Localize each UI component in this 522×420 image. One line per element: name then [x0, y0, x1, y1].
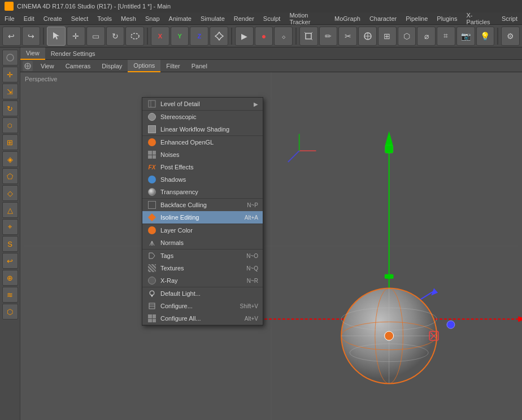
- subtab-panel[interactable]: Panel: [186, 60, 213, 72]
- sidebar-obj1[interactable]: ⬡: [2, 117, 18, 133]
- menu-file[interactable]: File: [0, 12, 19, 24]
- subtab-cameras[interactable]: Cameras: [60, 60, 97, 72]
- menu-row-normals[interactable]: Normals: [142, 237, 263, 249]
- world-btn[interactable]: [210, 27, 228, 46]
- knife-btn[interactable]: ✂: [338, 27, 357, 46]
- tab-render-settings[interactable]: Render Settings: [45, 47, 101, 60]
- viewport-tabs: View Render Settings: [20, 47, 522, 60]
- post-effects-icon: FX: [147, 162, 157, 172]
- subtab-view[interactable]: View: [35, 60, 60, 72]
- menu-pipeline[interactable]: Pipeline: [401, 12, 432, 24]
- menu-row-textures[interactable]: Textures N~Q: [142, 262, 263, 274]
- menu-select[interactable]: Select: [67, 12, 93, 24]
- sidebar-move[interactable]: ✛: [2, 67, 18, 82]
- menu-sculpt[interactable]: Sculpt: [259, 12, 285, 24]
- subtab-filter[interactable]: Filter: [160, 60, 185, 72]
- menu-row-configure[interactable]: Configure... Shift+V: [142, 300, 263, 312]
- menu-row-backface-culling[interactable]: Backface Culling N~P: [142, 199, 263, 211]
- menu-row-isoline-editing[interactable]: Isoline Editing Alt+A: [142, 211, 263, 224]
- toolbar-sep-1: [43, 28, 44, 45]
- menubar: File Edit Create Select Tools Mesh Snap …: [0, 12, 522, 25]
- menu-row-transparency[interactable]: Transparency: [142, 186, 263, 198]
- bool-btn[interactable]: ⬡: [398, 27, 416, 46]
- sidebar-obj9[interactable]: ↩: [2, 253, 18, 269]
- toolbar-sep-5: [497, 28, 498, 45]
- cube-btn[interactable]: [299, 27, 318, 46]
- menu-tools[interactable]: Tools: [93, 12, 116, 24]
- select-tool-btn[interactable]: [47, 27, 66, 46]
- box-select-btn[interactable]: ▭: [86, 27, 105, 46]
- deform-btn[interactable]: [358, 27, 377, 46]
- menu-xparticles[interactable]: X-Particles: [462, 12, 497, 24]
- sidebar-obj3[interactable]: ◈: [2, 151, 18, 167]
- settings-btn[interactable]: ⚙: [501, 27, 520, 46]
- light-btn[interactable]: 💡: [476, 27, 495, 46]
- record-btn[interactable]: ●: [255, 27, 273, 46]
- menu-row-xray[interactable]: X-Ray N~R: [142, 274, 263, 287]
- menu-row-configure-all[interactable]: Configure All... Alt+V: [142, 312, 263, 325]
- menu-row-level-of-detail[interactable]: Level of Detail ▶: [142, 98, 263, 110]
- scene-svg: [20, 72, 522, 420]
- menu-row-post-effects[interactable]: FX Post Effects: [142, 161, 263, 173]
- menu-character[interactable]: Character: [365, 12, 401, 24]
- subtab-options[interactable]: Options: [128, 60, 160, 72]
- menu-section-layer: Layer Color Normals: [142, 224, 263, 250]
- menu-script[interactable]: Script: [497, 12, 522, 24]
- menu-edit[interactable]: Edit: [19, 12, 39, 24]
- sidebar-obj12[interactable]: ⬡: [2, 304, 18, 320]
- cam-btn[interactable]: 📷: [456, 27, 475, 46]
- play-btn[interactable]: ▶: [235, 27, 254, 46]
- tags-label: Tags: [160, 252, 242, 259]
- tab-view[interactable]: View: [20, 47, 45, 60]
- axis-z-btn[interactable]: Z: [190, 27, 208, 46]
- default-light-icon: [147, 288, 157, 299]
- rotate-tool-btn[interactable]: ↻: [106, 27, 125, 46]
- xray-shortcut: N~R: [247, 278, 258, 284]
- sidebar-obj6[interactable]: △: [2, 202, 18, 218]
- lasso-btn[interactable]: [125, 27, 144, 46]
- menu-row-layer-color[interactable]: Layer Color: [142, 224, 263, 237]
- viewport[interactable]: Perspective: [20, 72, 522, 420]
- sidebar-obj5[interactable]: ◇: [2, 185, 18, 201]
- viewport-icon[interactable]: [23, 61, 33, 71]
- menu-row-tags[interactable]: Tags N~O: [142, 250, 263, 262]
- sidebar-obj7[interactable]: ⌖: [2, 219, 18, 235]
- menu-row-enhanced-opengl[interactable]: Enhanced OpenGL: [142, 136, 263, 148]
- menu-row-default-light[interactable]: Default Light...: [142, 287, 263, 300]
- pen-btn[interactable]: ✏: [319, 27, 338, 46]
- sidebar-obj4[interactable]: ⬠: [2, 168, 18, 184]
- menu-simulate[interactable]: Simulate: [196, 12, 229, 24]
- menu-motion-tracker[interactable]: Motion Tracker: [285, 12, 330, 24]
- menu-row-linear-workflow[interactable]: Linear Workflow Shading: [142, 123, 263, 135]
- spline-btn[interactable]: ⌀: [417, 27, 436, 46]
- menu-row-shadows[interactable]: Shadows: [142, 173, 263, 186]
- menu-mograph[interactable]: MoGraph: [330, 12, 365, 24]
- sidebar-obj2[interactable]: ⊞: [2, 134, 18, 150]
- sidebar-pointer[interactable]: [2, 50, 18, 65]
- menu-snap[interactable]: Snap: [141, 12, 164, 24]
- nurbs-btn[interactable]: ⌗: [437, 27, 455, 46]
- sidebar-rotate[interactable]: ↻: [2, 100, 18, 116]
- menu-row-stereoscopic[interactable]: Stereoscopic: [142, 111, 263, 123]
- array-btn[interactable]: ⊞: [378, 27, 397, 46]
- menu-render[interactable]: Render: [229, 12, 259, 24]
- menu-mesh[interactable]: Mesh: [116, 12, 141, 24]
- sidebar-obj10[interactable]: ⊕: [2, 270, 18, 286]
- menu-row-noises[interactable]: Noises: [142, 148, 263, 161]
- redo-btn[interactable]: ↪: [22, 27, 41, 46]
- move-tool-btn[interactable]: ✛: [67, 27, 85, 46]
- axis-x-btn[interactable]: X: [151, 27, 169, 46]
- undo-btn[interactable]: ↩: [2, 27, 21, 46]
- sidebar-obj8[interactable]: S: [2, 236, 18, 252]
- menu-animate[interactable]: Animate: [164, 12, 196, 24]
- sidebar-scale[interactable]: ⇲: [2, 84, 18, 99]
- menu-plugins[interactable]: Plugins: [432, 12, 462, 24]
- tags-icon: [147, 251, 157, 261]
- toolbar-sep-3: [231, 28, 232, 45]
- subtab-display[interactable]: Display: [96, 60, 128, 72]
- axis-y-btn[interactable]: Y: [171, 27, 189, 46]
- menu-create[interactable]: Create: [39, 12, 67, 24]
- sidebar-obj11[interactable]: ≋: [2, 287, 18, 303]
- left-sidebar: ✛ ⇲ ↻ ⬡ ⊞ ◈ ⬠ ◇ △ ⌖ S ↩ ⊕ ≋ ⬡: [0, 47, 20, 420]
- keyframe-btn[interactable]: ⬦: [274, 27, 293, 46]
